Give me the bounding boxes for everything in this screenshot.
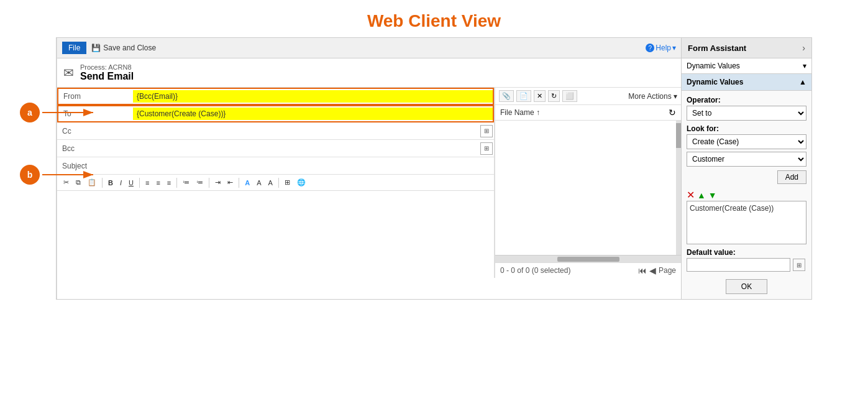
refresh-list-btn[interactable]: ↻ xyxy=(669,108,676,118)
sort-icon: ↑ xyxy=(536,108,540,117)
save-close-button[interactable]: 💾 Save and Close xyxy=(91,44,156,52)
look-for-select-1[interactable]: Create (Case) xyxy=(687,134,806,149)
operator-label: Operator: xyxy=(687,96,806,104)
operator-field: Operator: Set to xyxy=(687,96,806,121)
look-for-field: Look for: Create (Case) Customer xyxy=(687,124,806,167)
align-left-btn[interactable]: ≡ xyxy=(143,178,152,188)
panel-header: Form Assistant › xyxy=(682,38,811,58)
bold-btn[interactable]: B xyxy=(106,178,116,188)
bcc-row: Bcc ⊞ xyxy=(57,140,494,157)
from-label: From xyxy=(58,90,133,103)
form-assistant-panel: Form Assistant › Dynamic Values ▾ Dynami… xyxy=(681,38,811,299)
default-value-row: ⊞ xyxy=(687,258,806,272)
font-color-btn[interactable]: A xyxy=(242,178,252,188)
ol-btn[interactable]: ≔ xyxy=(180,177,192,188)
more-actions-btn[interactable]: More Actions ▾ xyxy=(628,92,677,101)
annotation-badge-a: a xyxy=(20,103,40,122)
first-page-btn[interactable]: ⏮ xyxy=(638,265,647,275)
align-right-btn[interactable]: ≡ xyxy=(165,178,173,188)
divider-3 xyxy=(176,178,177,188)
attach-open-btn[interactable]: ⬜ xyxy=(562,90,577,102)
default-value-section: Default value: ⊞ xyxy=(687,248,806,272)
attachment-toolbar: 📎 📄 ✕ ↻ ⬜ More Actions ▾ xyxy=(495,88,681,105)
move-down-btn[interactable]: ▼ xyxy=(708,190,717,200)
divider-5 xyxy=(239,178,239,188)
file-button[interactable]: File xyxy=(62,42,86,54)
email-icon: ✉ xyxy=(63,65,74,80)
editor-body[interactable] xyxy=(57,191,494,278)
from-value[interactable]: {Bcc(Email)} xyxy=(133,90,493,103)
prev-page-btn[interactable]: ◀ xyxy=(649,265,656,275)
divider-6 xyxy=(278,178,279,188)
insert-table-btn[interactable]: ⊞ xyxy=(282,177,293,188)
file-name-col[interactable]: File Name ↑ xyxy=(500,108,540,117)
delete-attach-btn[interactable]: ✕ xyxy=(534,90,546,102)
bcc-input[interactable] xyxy=(132,143,480,154)
attachment-pagination: 0 - 0 of 0 (0 selected) ⏮ ◀ Page xyxy=(495,262,681,278)
underline-btn[interactable]: U xyxy=(126,178,136,188)
font-style-btn[interactable]: A xyxy=(266,178,275,188)
look-for-label: Look for: xyxy=(687,124,806,133)
default-value-label: Default value: xyxy=(687,248,806,257)
to-row: To {Customer(Create (Case))} xyxy=(57,105,494,122)
horizontal-scrollbar[interactable] xyxy=(495,255,681,262)
default-value-input[interactable] xyxy=(687,258,790,272)
divider-1 xyxy=(102,178,103,188)
cut-btn[interactable]: ✂ xyxy=(61,177,71,188)
divider-4 xyxy=(209,178,209,188)
bcc-picker-icon[interactable]: ⊞ xyxy=(480,142,493,155)
font-size-btn[interactable]: A xyxy=(254,178,263,188)
help-icon: ? xyxy=(646,44,654,52)
main-toolbar: File 💾 Save and Close ? Help ▾ xyxy=(57,38,681,58)
ok-button[interactable]: OK xyxy=(726,279,767,294)
paste-btn[interactable]: 📋 xyxy=(85,177,99,188)
panel-title: Form Assistant xyxy=(688,44,746,53)
add-button[interactable]: Add xyxy=(777,170,806,184)
list-controls: ✕ ▲ ▼ xyxy=(687,189,806,201)
to-label: To xyxy=(58,107,133,121)
align-center-btn[interactable]: ≡ xyxy=(153,178,162,188)
attach-note-btn[interactable]: 📄 xyxy=(516,90,531,102)
page-label: Page xyxy=(659,266,676,275)
dropdown-chevron-icon: ▾ xyxy=(803,62,806,70)
refresh-btn[interactable]: ↻ xyxy=(548,90,560,102)
outdent-btn[interactable]: ⇤ xyxy=(225,177,235,188)
attach-btn[interactable]: 📎 xyxy=(499,90,514,102)
look-for-select-2[interactable]: Customer xyxy=(687,152,806,167)
indent-btn[interactable]: ⇥ xyxy=(212,177,223,188)
cc-row: Cc ⊞ xyxy=(57,122,494,140)
panel-dropdown[interactable]: Dynamic Values ▾ xyxy=(682,58,811,74)
italic-btn[interactable]: I xyxy=(117,178,124,188)
cc-input[interactable] xyxy=(132,126,480,137)
page-title: Web Client View xyxy=(0,0,868,37)
value-list: Customer(Create (Case)) xyxy=(687,201,806,244)
attachment-list-header: File Name ↑ ↻ xyxy=(495,105,681,121)
to-value[interactable]: {Customer(Create (Case))} xyxy=(133,108,493,120)
bcc-label: Bcc xyxy=(57,142,132,155)
process-name: Send Email xyxy=(80,71,134,82)
default-picker-icon[interactable]: ⊞ xyxy=(793,259,805,271)
value-list-item: Customer(Create (Case)) xyxy=(690,204,774,213)
move-up-btn[interactable]: ▲ xyxy=(697,190,706,200)
list-section: ✕ ▲ ▼ Customer(Create (Case)) xyxy=(687,188,806,244)
delete-item-btn[interactable]: ✕ xyxy=(687,189,695,201)
subject-input[interactable] xyxy=(132,160,494,172)
pagination-text: 0 - 0 of 0 (0 selected) xyxy=(500,266,570,275)
editor-toolbar: ✂ ⧉ 📋 B I U ≡ ≡ ≡ ≔ ≔ xyxy=(57,175,494,191)
attachment-list-body xyxy=(495,121,676,255)
insert-link-btn[interactable]: 🌐 xyxy=(295,177,308,188)
operator-select[interactable]: Set to xyxy=(687,106,806,121)
from-row: From {Bcc(Email)} xyxy=(57,88,494,105)
process-label: Process: ACRN8 xyxy=(80,63,134,71)
help-dropdown-icon: ▾ xyxy=(672,44,676,52)
panel-body: Operator: Set to Look for: Create (Case)… xyxy=(682,91,811,299)
ul-btn[interactable]: ≔ xyxy=(194,177,206,188)
scroll-bar[interactable] xyxy=(676,121,681,255)
section-collapse-icon: ▲ xyxy=(799,78,806,86)
panel-section[interactable]: Dynamic Values ▲ xyxy=(682,74,811,91)
panel-expand-icon[interactable]: › xyxy=(802,43,805,53)
cc-picker-icon[interactable]: ⊞ xyxy=(480,125,493,137)
help-link[interactable]: ? Help ▾ xyxy=(646,44,676,52)
section-label: Dynamic Values xyxy=(687,78,743,86)
copy-btn[interactable]: ⧉ xyxy=(73,177,83,188)
